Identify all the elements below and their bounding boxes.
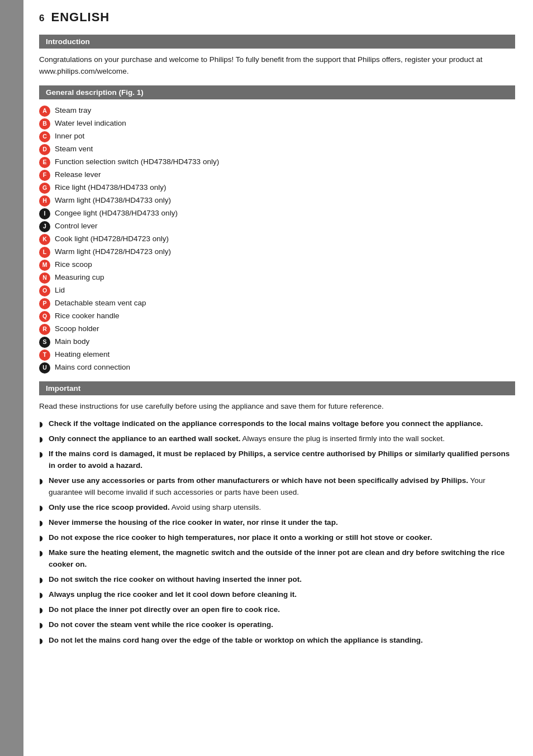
bullet-bold: Never immerse the housing of the rice co… bbox=[49, 518, 338, 527]
bullet-arrow-icon: ◗ bbox=[39, 503, 43, 514]
item-badge-s: S bbox=[39, 337, 50, 348]
description-item: THeating element bbox=[39, 349, 515, 361]
item-label: Rice cooker handle bbox=[55, 310, 120, 322]
item-badge-o: O bbox=[39, 285, 50, 296]
item-badge-k: K bbox=[39, 234, 50, 245]
bullet-bold: If the mains cord is damaged, it must be… bbox=[49, 449, 510, 470]
description-item: SMain body bbox=[39, 336, 515, 348]
description-item: BWater level indication bbox=[39, 118, 515, 130]
page: 6 ENGLISH Introduction Congratulations o… bbox=[0, 0, 533, 756]
item-label: Measuring cup bbox=[55, 272, 104, 283]
bullet-item: ◗Do not switch the rice cooker on withou… bbox=[39, 574, 515, 586]
content: 6 ENGLISH Introduction Congratulations o… bbox=[23, 0, 533, 756]
bullet-arrow-icon: ◗ bbox=[39, 620, 43, 631]
page-header: 6 ENGLISH bbox=[39, 10, 515, 25]
item-label: Function selection switch (HD4738/HD4733… bbox=[55, 156, 219, 168]
item-label: Detachable steam vent cap bbox=[55, 298, 146, 309]
item-badge-f: F bbox=[39, 170, 50, 181]
bullet-text: Never use any accessories or parts from … bbox=[49, 475, 515, 499]
description-item: NMeasuring cup bbox=[39, 272, 515, 284]
bullet-arrow-icon: ◗ bbox=[39, 434, 43, 445]
general-description-header: General description (Fig. 1) bbox=[39, 85, 515, 99]
bullet-item: ◗Do not cover the steam vent while the r… bbox=[39, 619, 515, 631]
bullet-text: Only use the rice scoop provided. Avoid … bbox=[49, 502, 261, 514]
description-item: PDetachable steam vent cap bbox=[39, 298, 515, 309]
description-item: DSteam vent bbox=[39, 143, 515, 155]
description-item: ICongee light (HD4738/HD4733 only) bbox=[39, 208, 515, 219]
important-header: Important bbox=[39, 381, 515, 395]
bullet-item: ◗Always unplug the rice cooker and let i… bbox=[39, 589, 515, 601]
bullet-item: ◗If the mains cord is damaged, it must b… bbox=[39, 448, 515, 472]
bullet-item: ◗Never immerse the housing of the rice c… bbox=[39, 517, 515, 529]
bullet-bold: Do not expose the rice cooker to high te… bbox=[49, 533, 432, 542]
description-item: JControl lever bbox=[39, 221, 515, 232]
bullet-bold: Do not cover the steam vent while the ri… bbox=[49, 620, 273, 629]
bullet-arrow-icon: ◗ bbox=[39, 449, 43, 460]
item-badge-c: C bbox=[39, 131, 50, 142]
item-label: Release lever bbox=[55, 169, 101, 180]
item-label: Mains cord connection bbox=[55, 362, 130, 373]
item-label: Inner pot bbox=[55, 131, 84, 142]
bullet-bold: Check if the voltage indicated on the ap… bbox=[49, 419, 483, 428]
item-label: Rice light (HD4738/HD4733 only) bbox=[55, 182, 166, 193]
introduction-body: Congratulations on your purchase and wel… bbox=[39, 54, 515, 78]
bullet-text: Make sure the heating element, the magne… bbox=[49, 547, 515, 571]
item-badge-l: L bbox=[39, 247, 50, 258]
item-label: Scoop holder bbox=[55, 323, 99, 334]
item-badge-q: Q bbox=[39, 311, 50, 322]
item-label: Warm light (HD4728/HD4723 only) bbox=[55, 246, 171, 257]
bullet-bold: Make sure the heating element, the magne… bbox=[49, 548, 505, 568]
item-badge-a: A bbox=[39, 106, 50, 117]
bullet-bold: Do not let the mains cord hang over the … bbox=[49, 636, 423, 644]
description-item: ASteam tray bbox=[39, 105, 515, 117]
item-badge-h: H bbox=[39, 195, 50, 207]
bullet-bold: Never use any accessories or parts from … bbox=[49, 476, 468, 485]
item-label: Main body bbox=[55, 336, 89, 347]
item-label: Lid bbox=[55, 285, 65, 296]
bullet-arrow-icon: ◗ bbox=[39, 419, 43, 430]
bullet-item: ◗Do not let the mains cord hang over the… bbox=[39, 635, 515, 647]
bullet-arrow-icon: ◗ bbox=[39, 548, 43, 559]
description-item: FRelease lever bbox=[39, 169, 515, 181]
description-item: CInner pot bbox=[39, 131, 515, 142]
bullet-text: Do not place the inner pot directly over… bbox=[49, 604, 280, 616]
bullet-arrow-icon: ◗ bbox=[39, 518, 43, 529]
item-label: Steam tray bbox=[55, 105, 91, 116]
bullet-text: Only connect the appliance to an earthed… bbox=[49, 433, 445, 445]
item-badge-t: T bbox=[39, 350, 50, 361]
description-list: ASteam trayBWater level indicationCInner… bbox=[39, 105, 515, 374]
bullet-item: ◗Make sure the heating element, the magn… bbox=[39, 547, 515, 571]
item-label: Congee light (HD4738/HD4733 only) bbox=[55, 208, 178, 219]
important-bullets: ◗Check if the voltage indicated on the a… bbox=[39, 418, 515, 647]
bullet-item: ◗Check if the voltage indicated on the a… bbox=[39, 418, 515, 430]
bullet-item: ◗Only use the rice scoop provided. Avoid… bbox=[39, 502, 515, 514]
description-item: OLid bbox=[39, 285, 515, 296]
bullet-text: Always unplug the rice cooker and let it… bbox=[49, 589, 297, 601]
item-badge-r: R bbox=[39, 324, 50, 335]
bullet-arrow-icon: ◗ bbox=[39, 575, 43, 586]
bullet-item: ◗Do not place the inner pot directly ove… bbox=[39, 604, 515, 616]
bullet-text: Do not cover the steam vent while the ri… bbox=[49, 619, 273, 631]
item-badge-e: E bbox=[39, 157, 50, 168]
item-badge-p: P bbox=[39, 298, 50, 309]
bullet-bold: Do not place the inner pot directly over… bbox=[49, 605, 280, 614]
item-badge-u: U bbox=[39, 362, 50, 374]
item-badge-j: J bbox=[39, 221, 50, 232]
description-item: GRice light (HD4738/HD4733 only) bbox=[39, 182, 515, 194]
item-badge-g: G bbox=[39, 183, 50, 194]
item-badge-b: B bbox=[39, 118, 50, 130]
description-item: LWarm light (HD4728/HD4723 only) bbox=[39, 246, 515, 258]
introduction-header: Introduction bbox=[39, 35, 515, 49]
bullet-arrow-icon: ◗ bbox=[39, 476, 43, 487]
item-badge-i: I bbox=[39, 208, 50, 219]
bullet-arrow-icon: ◗ bbox=[39, 635, 43, 647]
bullet-arrow-icon: ◗ bbox=[39, 590, 43, 601]
description-item: MRice scoop bbox=[39, 259, 515, 271]
bullet-arrow-icon: ◗ bbox=[39, 605, 43, 616]
page-language: ENGLISH bbox=[51, 10, 110, 25]
item-label: Warm light (HD4738/HD4733 only) bbox=[55, 195, 171, 206]
item-label: Water level indication bbox=[55, 118, 126, 129]
item-badge-d: D bbox=[39, 144, 50, 155]
item-label: Heating element bbox=[55, 349, 110, 360]
item-label: Cook light (HD4728/HD4723 only) bbox=[55, 233, 169, 245]
